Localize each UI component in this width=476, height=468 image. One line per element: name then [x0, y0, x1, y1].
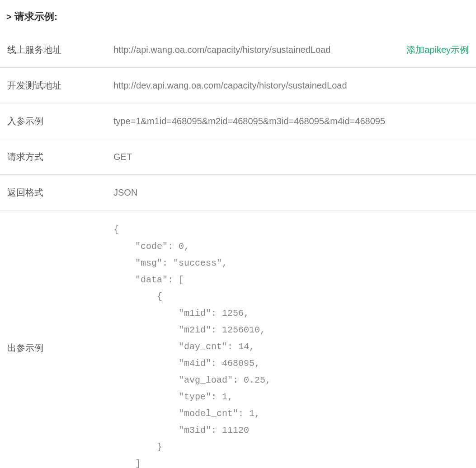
value-response-format: JSON: [113, 186, 469, 199]
label-prod-url: 线上服务地址: [7, 43, 113, 56]
chevron-right-icon: >: [6, 10, 12, 23]
label-input-example: 入参示例: [7, 114, 113, 128]
label-dev-url: 开发测试地址: [7, 79, 113, 92]
row-prod-url: 线上服务地址 http://api.wang.oa.com/capacity/h…: [0, 32, 476, 68]
row-input-example: 入参示例 type=1&m1id=468095&m2id=468095&m3id…: [0, 103, 476, 139]
value-output-example: { "code": 0, "msg": "success", "data": […: [113, 221, 469, 468]
row-method: 请求方式 GET: [0, 139, 476, 175]
row-response-format: 返回格式 JSON: [0, 175, 476, 211]
value-input-example: type=1&m1id=468095&m2id=468095&m3id=4680…: [113, 114, 469, 128]
label-response-format: 返回格式: [7, 186, 113, 199]
label-method: 请求方式: [7, 150, 113, 164]
section-title: > 请求示例:: [0, 5, 476, 32]
section-title-text: 请求示例:: [14, 9, 57, 24]
value-dev-url: http://dev.api.wang.oa.com/capacity/hist…: [113, 79, 469, 92]
row-output-example: 出参示例 { "code": 0, "msg": "success", "dat…: [0, 211, 476, 468]
value-method: GET: [113, 150, 469, 164]
add-apikey-link[interactable]: 添加apikey示例: [406, 43, 469, 56]
value-prod-url: http://api.wang.oa.com/capacity/history/…: [113, 43, 393, 56]
row-dev-url: 开发测试地址 http://dev.api.wang.oa.com/capaci…: [0, 68, 476, 103]
label-output-example: 出参示例: [7, 221, 113, 355]
